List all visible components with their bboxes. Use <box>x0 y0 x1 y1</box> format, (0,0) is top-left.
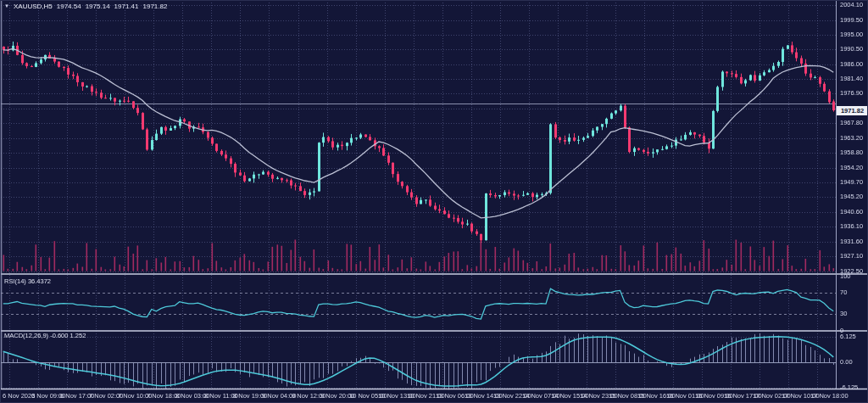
price-tick-label: 2004.10 <box>840 2 863 8</box>
price-tick-label: 1949.70 <box>840 179 863 186</box>
low-value: 1971.41 <box>114 3 139 10</box>
price-tick-label: 1954.20 <box>840 165 863 171</box>
chart-plot-area[interactable] <box>1 1 868 403</box>
time-tick-label: 6 Nov 2023 <box>3 393 35 400</box>
price-tick-label: 1936.10 <box>840 223 863 230</box>
macd-indicator-label: MACD(12,26,9) -0.600 1.252 <box>4 332 86 339</box>
price-tick-label: 1931.60 <box>840 238 863 245</box>
price-tick-label: 1958.80 <box>840 149 863 156</box>
price-tick-label: 1967.80 <box>840 120 863 126</box>
price-tick-label: 1976.90 <box>840 90 863 97</box>
price-tick-label: 1995.00 <box>840 31 863 38</box>
chart-title: ▼ XAUUSD,H5 1974.54 1975.14 1971.41 1971… <box>4 3 167 10</box>
open-value: 1974.54 <box>57 3 81 10</box>
macd-tick-label: 6.125 <box>840 333 856 340</box>
rsi-tick-label: 30 <box>840 311 847 317</box>
price-tick-label: 1981.40 <box>840 76 863 82</box>
price-tick-label: 1999.50 <box>840 17 863 24</box>
price-tick-label: 1945.20 <box>840 193 863 200</box>
time-tick-label: 17 Nov 18:00 <box>810 393 849 400</box>
price-tick-label: 1927.10 <box>840 253 863 260</box>
close-value: 1971.82 <box>143 3 168 10</box>
rsi-indicator-label: RSI(14) 36.4372 <box>4 277 51 285</box>
price-tick-label: 1990.50 <box>840 46 863 53</box>
macd-tick-label: -6.125 <box>840 384 858 391</box>
macd-tick-label: 0.00 <box>840 359 853 366</box>
current-price-tag: 1971.82 <box>837 106 868 115</box>
price-tick-label: 1940.60 <box>840 209 863 215</box>
high-value: 1975.14 <box>86 3 110 10</box>
symbol-dropdown-icon[interactable]: ▼ <box>4 3 9 10</box>
symbol-timeframe-label: XAUUSD,H5 <box>14 3 53 10</box>
rsi-tick-label: 70 <box>840 289 847 296</box>
price-tick-label: 1963.20 <box>840 135 863 142</box>
rsi-tick-label: 100 <box>840 273 851 280</box>
price-tick-label: 1986.00 <box>840 61 863 68</box>
trading-chart-window: ▼ XAUUSD,H5 1974.54 1975.14 1971.41 1971… <box>0 0 868 403</box>
